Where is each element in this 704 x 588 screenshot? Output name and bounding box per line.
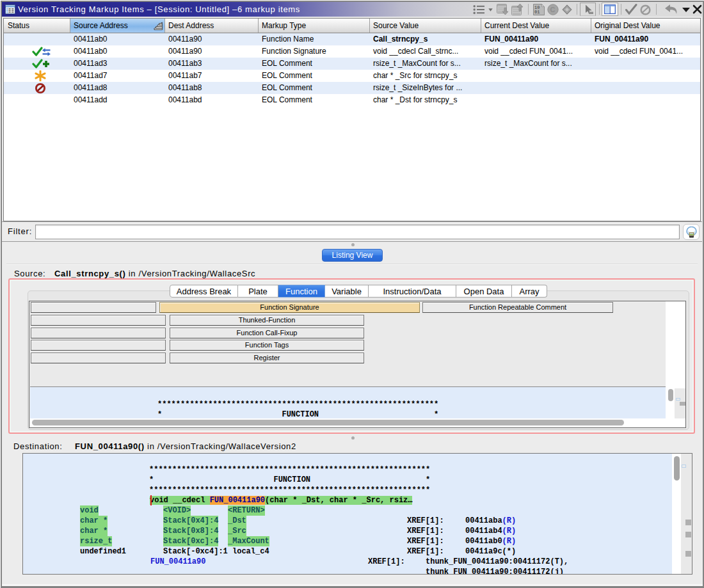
svg-text:C: C <box>550 6 556 13</box>
svg-text:01: 01 <box>534 10 540 15</box>
